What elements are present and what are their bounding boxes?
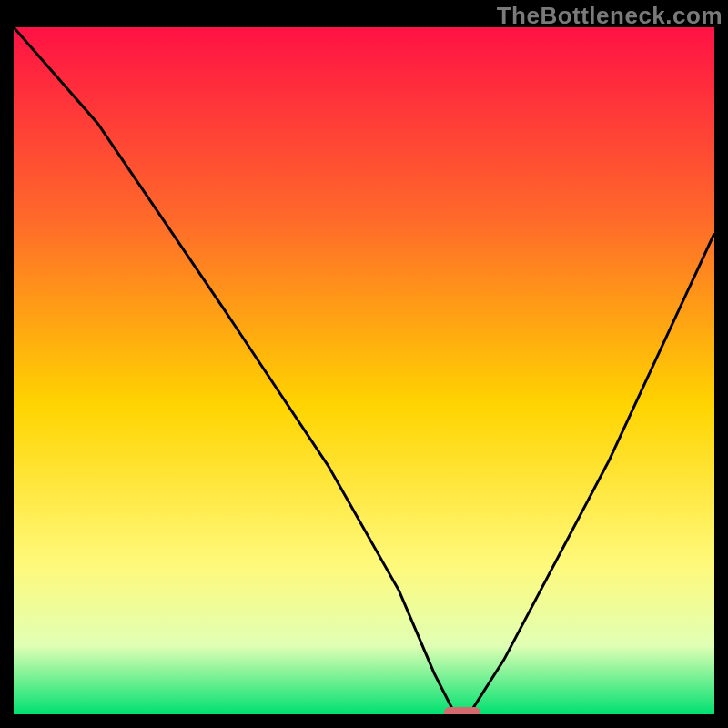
gradient-background	[14, 27, 714, 714]
optimal-marker	[444, 707, 480, 714]
chart-frame: TheBottleneck.com	[0, 0, 728, 728]
chart-svg	[14, 27, 714, 714]
watermark-text: TheBottleneck.com	[497, 2, 723, 30]
bottleneck-plot	[14, 27, 714, 714]
